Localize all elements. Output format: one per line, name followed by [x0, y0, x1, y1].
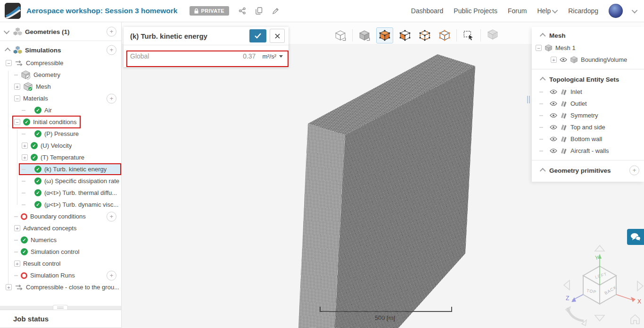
home-icon[interactable] [631, 315, 639, 324]
tool-mesh-visibility[interactable] [485, 28, 501, 43]
tree-item-simulation-control[interactable]: ✓Simulation control [0, 246, 121, 258]
job-status-bar[interactable]: Job status [0, 310, 121, 328]
app-logo[interactable] [5, 3, 21, 19]
chat-button[interactable] [627, 229, 644, 245]
add-button[interactable]: + [107, 93, 116, 103]
nav-forum[interactable]: Forum [508, 7, 527, 15]
layers-icon [560, 100, 568, 108]
tool-shaded-view[interactable] [356, 28, 372, 43]
pan-up-arrow[interactable] [595, 245, 604, 251]
eye-icon[interactable] [550, 136, 557, 142]
tree-item-initial-conditions[interactable]: −✓Initial conditions [0, 116, 121, 128]
tree-item-simulation-runs[interactable]: Simulation Runs+ [0, 269, 121, 281]
panel-resize-handle[interactable] [527, 96, 530, 103]
scene-item-bottom-wall[interactable]: Bottom wall [532, 133, 644, 145]
tree-item-content: +Compressible - close to the grou... [6, 282, 121, 293]
tool-face-selection[interactable] [397, 28, 413, 43]
add-button[interactable]: + [629, 166, 639, 176]
tree-item-geometry[interactable]: Geometry [0, 69, 121, 81]
add-button[interactable]: + [107, 45, 116, 55]
eye-icon[interactable] [550, 113, 557, 118]
tree-item-materials[interactable]: −Materials+ [0, 93, 121, 104]
toggle-minus[interactable]: − [14, 95, 20, 101]
duplicate-icon[interactable] [256, 7, 263, 15]
toggle-plus[interactable]: + [551, 57, 557, 63]
add-button[interactable]: + [107, 270, 116, 280]
tree-item-numerics[interactable]: ✓Numerics [0, 234, 121, 246]
apply-button[interactable] [249, 29, 266, 42]
share-icon[interactable] [239, 7, 246, 15]
user-avatar[interactable] [609, 4, 623, 18]
tool-box-selection[interactable] [461, 28, 477, 43]
collapse-chevron-icon[interactable] [540, 33, 546, 39]
nav-username[interactable]: Ricardopg [568, 7, 598, 15]
eye-icon[interactable] [560, 57, 567, 62]
toggle-minus[interactable]: − [536, 45, 542, 51]
tool-edge-selection[interactable] [417, 28, 433, 43]
tree-item-t-turb-dynamic-visc[interactable]: ✓(μ<t>) Turb. dynamic visc... [0, 199, 121, 210]
tree-item-p-pressure[interactable]: ✓(P) Pressure [0, 128, 121, 140]
toggle-plus[interactable]: + [6, 284, 12, 290]
sidebar-drag-tab[interactable] [53, 305, 68, 310]
toggle-plus[interactable]: + [22, 154, 28, 160]
eye-icon[interactable] [550, 89, 557, 94]
edit-icon[interactable] [272, 8, 279, 15]
rotate-view-arrow[interactable] [568, 308, 584, 321]
tree-item-k-turb-kinetic-energy[interactable]: ✓(k) Turb. kinetic energy [0, 163, 121, 175]
user-menu-chevron-icon[interactable] [632, 7, 638, 13]
tree-item-air[interactable]: ✓Air [0, 104, 121, 116]
scene-item-top-and-side[interactable]: Top and side [532, 121, 644, 133]
unit-dropdown[interactable]: m²/s² [262, 53, 283, 60]
close-button[interactable] [270, 29, 285, 43]
scene-item-mesh-1[interactable]: −Mesh 1 [532, 42, 644, 54]
tree-item-specific-dissipation-rate[interactable]: ✓(ω) Specific dissipation rate [0, 175, 121, 187]
tree-item-u-velocity[interactable]: +✓(U) Velocity [0, 140, 121, 151]
nav-public-projects[interactable]: Public Projects [454, 7, 497, 15]
add-button[interactable]: + [107, 27, 116, 37]
eye-icon[interactable] [550, 125, 557, 130]
tree-item-simulations[interactable]: Simulations+ [0, 43, 121, 57]
toggle-plus[interactable]: + [14, 84, 20, 90]
toggle-chevron-down[interactable] [4, 30, 10, 34]
collapse-chevron-icon[interactable] [540, 76, 546, 83]
tree-item-advanced-concepts[interactable]: +Advanced concepts [0, 222, 121, 234]
tree-item-t-turb-thermal-diffu[interactable]: ✓(α<t>) Turb. thermal diffu... [0, 187, 121, 199]
section-header-mesh[interactable]: Mesh [532, 29, 644, 42]
tool-volume-selection[interactable] [376, 27, 393, 43]
global-row-value[interactable]: 0.37 [243, 52, 256, 60]
pan-down-arrow[interactable] [595, 315, 604, 321]
toggle-plus[interactable]: + [14, 225, 20, 231]
scene-item-symmetry[interactable]: Symmetry [532, 109, 644, 121]
scene-item-outlet[interactable]: Outlet [532, 98, 644, 109]
toggle-chevron-up[interactable] [4, 48, 10, 52]
collapse-chevron-icon[interactable] [540, 168, 546, 174]
project-title[interactable]: Aerospace workshop: Session 3 homework [26, 7, 177, 15]
tree-item-mesh[interactable]: +Mesh [0, 81, 121, 93]
section-header-geometry-primitives[interactable]: Geometry primitives+ [532, 164, 644, 177]
pan-right-arrow[interactable] [637, 281, 643, 291]
navigation-cube[interactable]: LEFT TOP BACK Y X Z [562, 244, 644, 328]
toggle-plus[interactable]: + [22, 143, 28, 149]
tree-item-result-control[interactable]: +Result control [0, 258, 121, 269]
eye-icon[interactable] [550, 101, 557, 106]
toggle-minus[interactable]: − [6, 60, 12, 66]
nav-dashboard[interactable]: Dashboard [411, 7, 444, 15]
tool-vertex-selection[interactable] [437, 28, 453, 43]
scene-item-boundingvolume[interactable]: +BoundingVolume [532, 54, 644, 66]
tree-item-geometries-1[interactable]: Geometries (1)+ [0, 25, 121, 39]
scene-item-inlet[interactable]: Inlet [532, 86, 644, 98]
tree-item-compressible-close-to-the-grou[interactable]: +Compressible - close to the grou... [0, 281, 121, 293]
global-value-row[interactable]: Global 0.37 m²/s² [124, 45, 289, 67]
tree-item-boundary-conditions[interactable]: Boundary conditions+ [0, 210, 121, 222]
toggle-plus[interactable]: + [14, 261, 20, 267]
toggle-minus[interactable]: − [14, 119, 20, 125]
scene-item-aircraft-walls[interactable]: Aircraft - walls [532, 145, 644, 157]
eye-icon[interactable] [550, 148, 557, 153]
nav-help[interactable]: Help [537, 7, 558, 15]
tool-fit-view[interactable] [332, 28, 348, 43]
tree-item-compressible[interactable]: −Compressible [0, 57, 121, 69]
tree-item-t-temperature[interactable]: +✓(T) Temperature [0, 151, 121, 163]
section-header-topological-entity-sets[interactable]: Topological Entity Sets [532, 73, 644, 86]
add-button[interactable]: + [107, 211, 116, 221]
pan-left-arrow[interactable] [564, 280, 570, 290]
